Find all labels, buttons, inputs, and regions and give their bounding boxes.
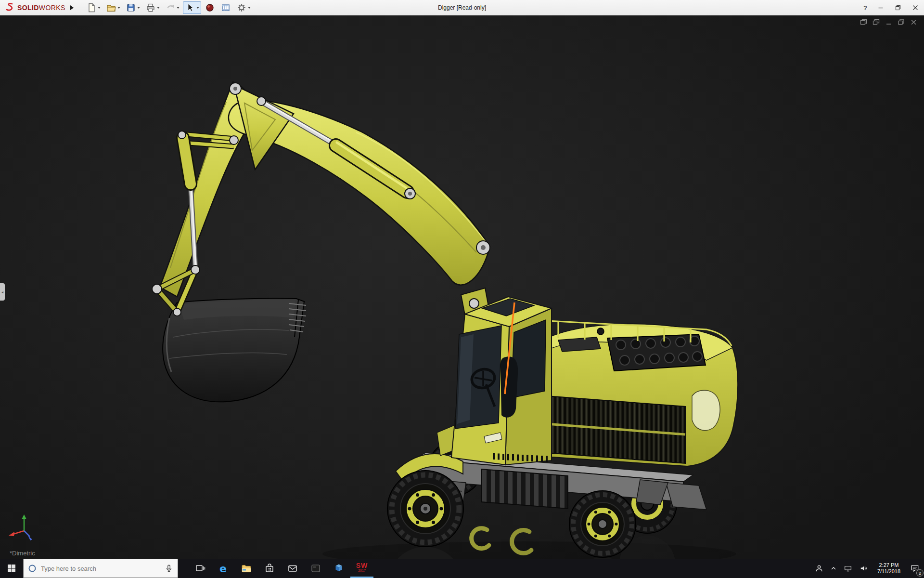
cube-icon — [333, 563, 345, 574]
edge-icon: e — [217, 562, 230, 575]
chevron-down-icon[interactable] — [137, 7, 140, 9]
window-controls: ? — [859, 0, 924, 15]
toolbar-flyout-arrow[interactable] — [70, 5, 74, 10]
task-view-icon — [195, 564, 205, 573]
boom-arm-assembly[interactable] — [152, 82, 490, 402]
chevron-down-icon[interactable] — [117, 7, 120, 9]
notification-badge: 2 — [916, 569, 924, 577]
bucket[interactable] — [163, 298, 306, 402]
restore-icon — [895, 5, 901, 11]
graphics-viewport[interactable]: ◂ *Dimetric — [0, 15, 924, 559]
people-icon[interactable] — [814, 564, 824, 573]
cortana-icon — [28, 564, 37, 573]
taskbar-app-mail[interactable] — [281, 559, 304, 578]
network-icon[interactable] — [843, 564, 853, 573]
exhaust-cap — [597, 328, 604, 335]
save-button[interactable] — [124, 1, 142, 14]
close-button[interactable] — [907, 0, 924, 15]
feature-pane-collapse-tab[interactable]: ◂ — [0, 283, 5, 301]
taskbar: e SW 201 — [0, 559, 924, 578]
rear-panel-highlight — [692, 390, 720, 430]
file-explorer-icon — [241, 563, 252, 574]
doc-restore-button[interactable] — [898, 19, 905, 26]
clock-date: 7/11/2018 — [874, 568, 904, 575]
microphone-icon[interactable] — [165, 564, 173, 573]
wheel-rear[interactable] — [569, 491, 636, 557]
action-center-button[interactable]: 2 — [910, 564, 920, 573]
chevron-down-icon[interactable] — [248, 7, 251, 9]
solidworks-logo: SOLIDWORKS — [0, 2, 65, 13]
save-icon — [126, 2, 136, 13]
taskbar-clock[interactable]: 2:27 PM 7/11/2018 — [874, 562, 904, 575]
wheel-front[interactable] — [387, 471, 463, 547]
chevron-down-icon[interactable] — [98, 7, 101, 9]
solidworks-logo-icon — [5, 2, 15, 13]
mail-icon — [287, 563, 298, 574]
taskbar-app-file-explorer[interactable] — [235, 559, 258, 578]
cab[interactable] — [437, 297, 552, 465]
chevron-down-icon[interactable] — [177, 7, 180, 9]
store-icon — [264, 563, 275, 574]
new-document-icon — [86, 2, 97, 13]
view-orientation-label: *Dimetric — [10, 550, 35, 557]
cascade-button[interactable] — [873, 19, 880, 26]
solidworks-app-label: SW — [356, 563, 368, 569]
clock-time: 2:27 PM — [874, 562, 904, 568]
model-digger[interactable] — [0, 15, 924, 559]
orientation-triad — [9, 514, 32, 540]
taskbar-app-solidworks[interactable]: SW 2017 — [350, 559, 373, 578]
stick-cylinder[interactable] — [257, 97, 415, 199]
taskbar-app-dark-window[interactable] — [304, 559, 327, 578]
close-icon — [912, 5, 918, 11]
svg-text:e: e — [219, 563, 227, 575]
quick-access-toolbar — [84, 1, 253, 14]
title-bar: SOLIDWORKS — [0, 0, 924, 15]
taskbar-app-cube[interactable] — [327, 559, 350, 578]
document-window-controls — [860, 19, 917, 26]
brand-bold: SOLID — [17, 4, 39, 12]
select-tool-button[interactable] — [183, 1, 201, 14]
taskbar-app-store — [258, 559, 281, 578]
chevron-up-icon[interactable] — [830, 565, 837, 572]
new-window-button[interactable] — [860, 19, 867, 26]
help-button[interactable]: ? — [859, 4, 872, 12]
start-button[interactable] — [0, 559, 23, 578]
windows-logo-icon — [7, 564, 16, 573]
undo-icon — [165, 2, 176, 13]
doc-minimize-button[interactable] — [885, 19, 892, 26]
print-icon — [145, 2, 156, 13]
brand-light: WORKS — [39, 4, 65, 12]
dark-window-icon — [310, 563, 321, 574]
side-grille[interactable] — [534, 395, 685, 463]
open-button[interactable] — [104, 1, 122, 14]
minimize-icon — [878, 5, 884, 11]
design-table-button[interactable] — [218, 1, 233, 14]
task-view-button[interactable] — [189, 559, 212, 578]
window-title: Digger [Read-only] — [438, 4, 486, 11]
gear-icon — [236, 2, 247, 13]
design-table-icon — [220, 2, 231, 13]
seat — [500, 356, 518, 417]
render-sphere-icon — [205, 2, 215, 13]
open-icon — [106, 2, 116, 13]
minimize-button[interactable] — [872, 0, 889, 15]
undo-button[interactable] — [163, 1, 181, 14]
new-document-button[interactable] — [84, 1, 103, 14]
search-input[interactable] — [41, 565, 160, 572]
volume-icon[interactable] — [859, 564, 868, 573]
doc-close-button[interactable] — [910, 19, 917, 26]
floor-reflections — [322, 536, 736, 559]
chevron-down-icon[interactable] — [196, 7, 199, 9]
chevron-down-icon[interactable] — [157, 7, 160, 9]
select-cursor-icon — [185, 2, 195, 13]
taskbar-app-edge[interactable]: e — [212, 559, 235, 578]
options-button[interactable] — [234, 1, 253, 14]
brand-text: SOLIDWORKS — [17, 4, 65, 12]
system-tray: 2:27 PM 7/11/2018 2 — [814, 559, 924, 578]
restore-button[interactable] — [889, 0, 907, 15]
taskbar-search[interactable] — [23, 559, 178, 578]
render-sphere-button[interactable] — [203, 1, 217, 14]
print-button[interactable] — [143, 1, 162, 14]
engine-housing[interactable] — [534, 321, 738, 466]
